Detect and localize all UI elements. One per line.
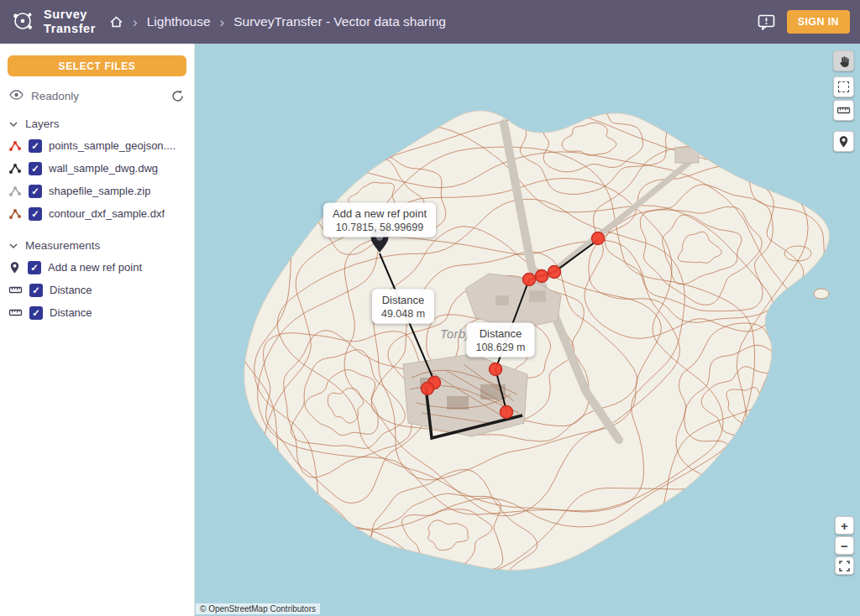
layer-checkbox[interactable] <box>29 139 42 153</box>
measurement-checkbox[interactable] <box>29 306 43 320</box>
eye-icon <box>9 90 24 102</box>
ref-point-marker[interactable] <box>422 383 434 395</box>
layer-row-shapefile-sample[interactable]: shapefile_sample.zip <box>8 180 186 202</box>
measurement-row-distance-1[interactable]: Distance <box>8 279 186 301</box>
ruler-icon <box>836 103 851 117</box>
layer-row-contour-sample[interactable]: contour_dxf_sample.dxf <box>8 202 186 225</box>
islet <box>814 289 829 299</box>
layer-checkbox[interactable] <box>29 162 42 175</box>
extent-icon <box>839 561 850 572</box>
breadcrumb: › Lighthouse › SurveyTransfer - Vector d… <box>109 14 758 29</box>
layers-section-header[interactable]: Layers <box>9 117 185 130</box>
measurement-row-distance-2[interactable]: Distance <box>8 301 186 324</box>
layer-nodes-icon <box>8 185 22 198</box>
layer-label: contour_dxf_sample.dxf <box>49 207 165 220</box>
breadcrumb-separator: › <box>133 15 138 29</box>
ruler-icon <box>8 305 23 320</box>
ref-point-tooltip: Add a new ref point 10.7815, 58.99699 <box>323 203 436 238</box>
measurements-section-header[interactable]: Measurements <box>9 239 185 252</box>
sign-in-button[interactable]: SIGN IN <box>787 10 850 34</box>
measurement-checkbox[interactable] <box>29 284 43 297</box>
ref-point-marker[interactable] <box>490 363 502 376</box>
zoom-out-button[interactable]: − <box>835 536 854 555</box>
refresh-icon[interactable] <box>170 89 185 103</box>
readonly-row: Readonly <box>9 89 185 103</box>
ref-point-marker[interactable] <box>501 406 513 419</box>
place-label: Torbj <box>440 327 469 341</box>
add-ref-point-tool-button[interactable] <box>833 131 854 152</box>
distance-tooltip-1: Distance 49.048 m <box>372 290 434 324</box>
chevron-down-icon <box>9 239 18 252</box>
readonly-label: Readonly <box>31 90 79 102</box>
sidebar: SELECT FILES Readonly Layers points <box>0 44 195 616</box>
top-bar: Survey Transfer › Lighthouse › SurveyTra… <box>0 0 860 44</box>
home-icon[interactable] <box>109 15 123 29</box>
pin-icon <box>837 135 850 149</box>
ref-point-marker[interactable] <box>536 270 548 283</box>
layer-label: shapefile_sample.zip <box>49 185 150 197</box>
layer-nodes-icon <box>8 207 22 221</box>
header-actions: SIGN IN <box>758 10 850 34</box>
zoom-controls: + − <box>835 516 854 575</box>
pan-tool-button[interactable] <box>833 50 854 71</box>
measurement-label: Add a new ref point <box>48 261 142 274</box>
ref-point-marker[interactable] <box>548 266 561 279</box>
distance-tooltip-2: Distance 108.629 m <box>466 323 534 358</box>
feedback-icon[interactable] <box>758 14 775 30</box>
measurement-checkbox[interactable] <box>28 261 41 274</box>
zoom-in-button[interactable]: + <box>835 516 854 535</box>
logo-orbit-icon <box>10 8 39 36</box>
measurement-label: Distance <box>50 284 92 296</box>
chevron-down-icon <box>9 117 18 130</box>
ref-point-marker[interactable] <box>523 274 536 286</box>
ref-point-marker[interactable] <box>592 232 605 245</box>
islet <box>784 246 811 261</box>
layer-checkbox[interactable] <box>29 185 42 198</box>
fit-extent-button[interactable] <box>835 556 854 575</box>
layer-row-points-sample[interactable]: points_sample_geojson.... <box>8 134 186 157</box>
select-files-button[interactable]: SELECT FILES <box>8 55 186 76</box>
pin-icon <box>8 261 21 274</box>
app-logo[interactable]: Survey Transfer <box>10 8 96 37</box>
breadcrumb-separator: › <box>220 15 225 29</box>
select-area-tool-button[interactable] <box>833 76 854 97</box>
breadcrumb-current: SurveyTransfer - Vector data sharing <box>233 14 446 29</box>
map-tools <box>833 50 854 157</box>
osm-attribution[interactable]: © OpenStreetMap Contributors <box>196 603 320 614</box>
layer-nodes-icon <box>8 139 22 153</box>
measurement-row-ref-point[interactable]: Add a new ref point <box>8 256 186 279</box>
layer-checkbox[interactable] <box>29 207 42 221</box>
map[interactable]: Torbj Add a new ref point 10.7815, 58.99… <box>195 44 860 616</box>
measurement-label: Distance <box>50 306 92 319</box>
measure-tool-button[interactable] <box>833 100 854 121</box>
layer-label: wall_sample_dwg.dwg <box>49 162 158 175</box>
layer-label: points_sample_geojson.... <box>49 139 176 152</box>
logo-text: Survey Transfer <box>44 8 96 37</box>
layer-nodes-icon <box>8 162 22 175</box>
hand-icon <box>837 55 851 68</box>
breadcrumb-lighthouse[interactable]: Lighthouse <box>147 14 211 29</box>
ruler-icon <box>8 283 23 297</box>
layer-row-wall-sample[interactable]: wall_sample_dwg.dwg <box>8 157 186 180</box>
marquee-select-icon <box>838 81 849 92</box>
